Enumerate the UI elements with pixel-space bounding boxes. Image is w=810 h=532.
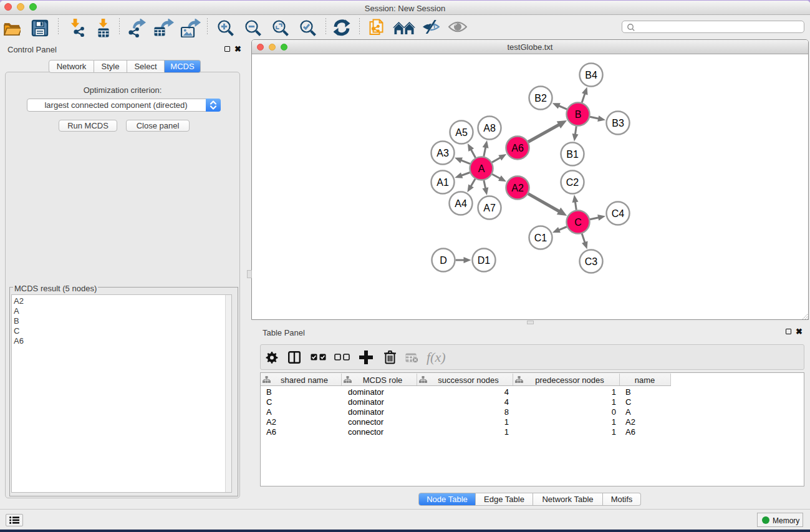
svg-text:C: C bbox=[574, 217, 582, 228]
svg-text:B: B bbox=[575, 109, 582, 120]
svg-text:C1: C1 bbox=[534, 233, 547, 243]
svg-text:D: D bbox=[440, 255, 447, 266]
svg-text:B3: B3 bbox=[612, 118, 624, 128]
svg-text:D1: D1 bbox=[478, 255, 491, 266]
svg-text:C3: C3 bbox=[585, 256, 598, 267]
svg-text:A7: A7 bbox=[483, 203, 496, 213]
svg-text:B4: B4 bbox=[585, 70, 597, 80]
svg-text:A3: A3 bbox=[436, 148, 449, 158]
svg-text:B1: B1 bbox=[566, 149, 579, 160]
svg-text:B2: B2 bbox=[534, 93, 547, 104]
svg-text:A: A bbox=[478, 163, 485, 174]
svg-text:C4: C4 bbox=[612, 208, 625, 219]
svg-text:A5: A5 bbox=[455, 127, 468, 138]
svg-text:A4: A4 bbox=[455, 198, 467, 209]
svg-text:A6: A6 bbox=[511, 143, 524, 153]
svg-text:C2: C2 bbox=[566, 177, 579, 188]
svg-text:A8: A8 bbox=[483, 123, 496, 133]
svg-text:A1: A1 bbox=[436, 177, 449, 188]
svg-text:A2: A2 bbox=[511, 183, 524, 193]
